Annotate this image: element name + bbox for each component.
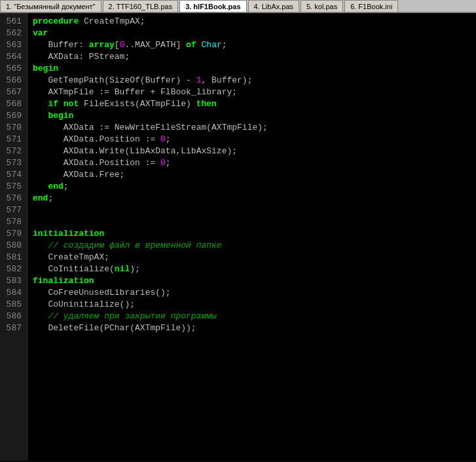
code-line-575: end; bbox=[33, 181, 471, 193]
code-line-583: finalization bbox=[33, 275, 471, 287]
code-line-582: CoInitialize(nil); bbox=[33, 263, 471, 275]
code-line-578 bbox=[33, 216, 471, 228]
line-numbers: 561 562 563 564 565 566 567 568 569 570 … bbox=[0, 13, 27, 461]
code-line-567: AXTmpFile := Buffer + FlBook_library; bbox=[33, 87, 471, 98]
code-line-572: AXData.Write(LibAxData,LibAxSize); bbox=[33, 145, 471, 157]
code-line-568: if not FileExists(AXTmpFile) then bbox=[33, 98, 471, 110]
tab-5[interactable]: 5. kol.pas bbox=[301, 0, 343, 12]
tab-bar: 1. "Безымянный документ" 2. TTF160_TLB.p… bbox=[0, 0, 476, 13]
code-line-581: CreateTmpAX; bbox=[33, 252, 471, 263]
code-line-571: AXData.Position := 0; bbox=[33, 134, 471, 145]
code-line-586: // удаляем при закрытии программы bbox=[33, 311, 471, 322]
code-line-579: initialization bbox=[33, 228, 471, 240]
code-line-574: AXData.Free; bbox=[33, 169, 471, 181]
code-line-570: AXData := NewWriteFileStream(AXTmpFile); bbox=[33, 122, 471, 134]
code-line-576: end; bbox=[33, 193, 471, 204]
tab-3[interactable]: 3. hIF1Book.pas bbox=[179, 0, 246, 12]
code-line-561: procedure CreateTmpAX; bbox=[33, 16, 471, 28]
code-line-573: AXData.Position := 0; bbox=[33, 157, 471, 169]
code-line-566: GetTempPath(SizeOf(Buffer) - 1, Buffer); bbox=[33, 75, 471, 87]
code-line-585: CoUninitialize(); bbox=[33, 299, 471, 311]
code-line-584: CoFreeUnusedLibraries(); bbox=[33, 287, 471, 299]
code-line-563: Buffer: array[0..MAX_PATH] of Char; bbox=[33, 39, 471, 51]
tab-1[interactable]: 1. "Безымянный документ" bbox=[0, 0, 101, 12]
code-line-569: begin bbox=[33, 110, 471, 122]
tab-4[interactable]: 4. LibAx.pas bbox=[248, 0, 300, 12]
code-editor: 561 562 563 564 565 566 567 568 569 570 … bbox=[0, 13, 476, 461]
code-content[interactable]: procedure CreateTmpAX; var Buffer: array… bbox=[27, 13, 476, 461]
code-line-587: DeleteFile(PChar(AXTmpFile)); bbox=[33, 322, 471, 334]
code-line-562: var bbox=[33, 28, 471, 39]
code-line-580: // создадим файл в временной папке bbox=[33, 240, 471, 252]
code-line-564: AXData: PStream; bbox=[33, 51, 471, 63]
code-area: 561 562 563 564 565 566 567 568 569 570 … bbox=[0, 13, 476, 461]
code-line-565: begin bbox=[33, 63, 471, 75]
code-line-577 bbox=[33, 204, 471, 216]
tab-2[interactable]: 2. TTF160_TLB.pas bbox=[103, 0, 179, 12]
tab-6[interactable]: 6. F1Book.ini bbox=[344, 0, 398, 12]
